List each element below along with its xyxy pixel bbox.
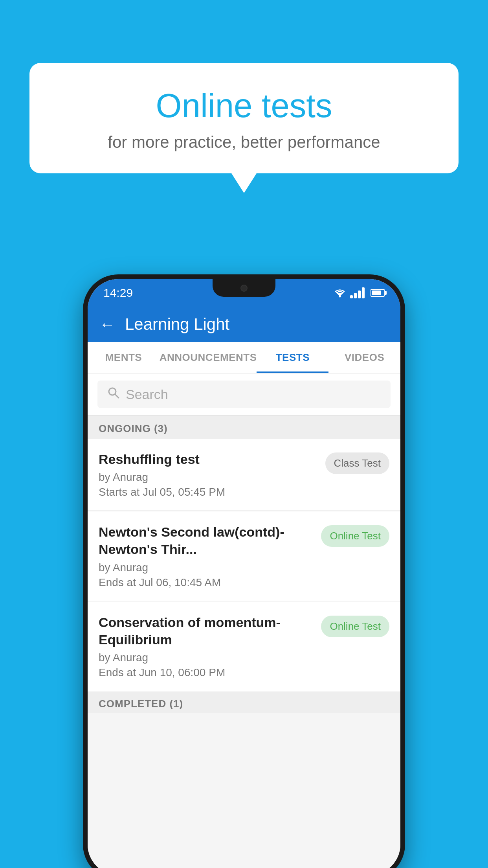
battery-icon [371, 289, 385, 297]
signal-bars-icon [350, 287, 365, 298]
tab-videos[interactable]: VIDEOS [328, 342, 400, 373]
back-button[interactable]: ← [99, 316, 115, 333]
ongoing-section-header: ONGOING (3) [88, 416, 400, 439]
test-name-2: Newton's Second law(contd)-Newton's Thir… [99, 523, 313, 558]
test-badge-3: Online Test [321, 616, 389, 637]
phone-screen: 14:29 [88, 279, 400, 868]
status-bar: 14:29 [88, 279, 400, 307]
camera-dot [240, 285, 248, 292]
svg-point-0 [339, 296, 341, 298]
test-item-newton[interactable]: Newton's Second law(contd)-Newton's Thir… [88, 511, 400, 601]
tab-ments[interactable]: MENTS [88, 342, 160, 373]
content-area: ONGOING (3) Reshuffling test by Anurag S… [88, 416, 400, 868]
tab-tests[interactable]: TESTS [257, 342, 328, 373]
test-item-reshuffling[interactable]: Reshuffling test by Anurag Starts at Jul… [88, 439, 400, 511]
notch [213, 279, 275, 297]
search-bar[interactable]: Search [97, 381, 391, 408]
test-info-3: Conservation of momentum-Equilibrium by … [99, 614, 313, 679]
test-author-1: by Anurag [99, 471, 317, 484]
test-date-3: Ends at Jun 10, 06:00 PM [99, 666, 313, 679]
test-badge-1: Class Test [325, 452, 389, 474]
app-title: Learning Light [125, 315, 229, 334]
tab-announcements[interactable]: ANNOUNCEMENTS [160, 342, 257, 373]
search-container: Search [88, 373, 400, 416]
phone-frame: 14:29 [83, 274, 405, 868]
test-name-1: Reshuffling test [99, 451, 317, 468]
test-author-2: by Anurag [99, 561, 313, 574]
search-icon [107, 386, 120, 403]
bubble-title: Online tests [49, 86, 439, 125]
test-date-2: Ends at Jul 06, 10:45 AM [99, 576, 313, 589]
wifi-icon [334, 288, 346, 298]
test-name-3: Conservation of momentum-Equilibrium [99, 614, 313, 648]
test-author-3: by Anurag [99, 651, 313, 664]
app-header: ← Learning Light [88, 307, 400, 342]
test-item-conservation[interactable]: Conservation of momentum-Equilibrium by … [88, 602, 400, 691]
tabs-bar: MENTS ANNOUNCEMENTS TESTS VIDEOS [88, 342, 400, 373]
status-icons [334, 287, 385, 298]
test-badge-2: Online Test [321, 525, 389, 547]
test-info-2: Newton's Second law(contd)-Newton's Thir… [99, 523, 313, 588]
search-placeholder: Search [126, 387, 168, 402]
test-info-1: Reshuffling test by Anurag Starts at Jul… [99, 451, 317, 498]
status-time: 14:29 [103, 286, 133, 300]
bubble-subtitle: for more practice, better performance [49, 133, 439, 152]
svg-line-2 [115, 394, 119, 398]
test-date-1: Starts at Jul 05, 05:45 PM [99, 486, 317, 498]
speech-bubble: Online tests for more practice, better p… [29, 63, 459, 173]
completed-section-header: COMPLETED (1) [88, 692, 400, 713]
